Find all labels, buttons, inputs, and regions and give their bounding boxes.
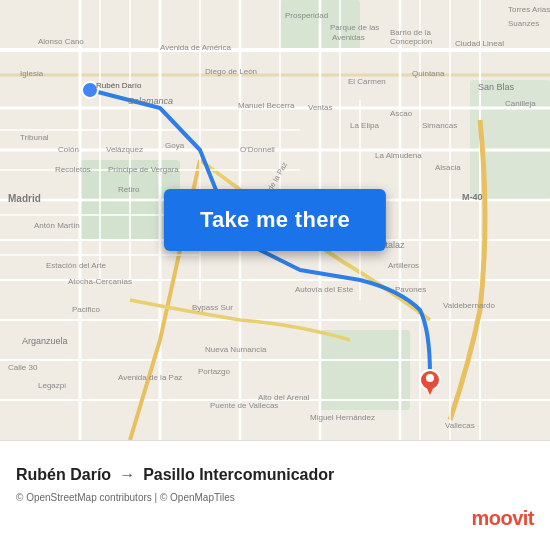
svg-text:Rubén Darío: Rubén Darío	[96, 81, 142, 90]
svg-text:Colón: Colón	[58, 145, 79, 154]
svg-text:Avenida de América: Avenida de América	[160, 43, 232, 52]
svg-text:Canilleja: Canilleja	[505, 99, 536, 108]
svg-text:Portazgo: Portazgo	[198, 367, 231, 376]
svg-text:Puente de Vallecas: Puente de Vallecas	[210, 401, 278, 410]
moovit-logo: moovit	[16, 507, 534, 530]
svg-text:Velázquez: Velázquez	[106, 145, 143, 154]
svg-text:La Almudena: La Almudena	[375, 151, 422, 160]
map-attribution: © OpenStreetMap contributors | © OpenMap…	[16, 492, 534, 503]
svg-text:San Blas: San Blas	[478, 82, 515, 92]
route-arrow-icon: →	[119, 466, 135, 484]
take-me-there-button[interactable]: Take me there	[164, 189, 386, 251]
svg-rect-3	[320, 330, 410, 410]
svg-text:Retiro: Retiro	[118, 185, 140, 194]
svg-text:Avenida de la Paz: Avenida de la Paz	[118, 373, 182, 382]
svg-text:La Elipa: La Elipa	[350, 121, 379, 130]
svg-text:Autovía del Este: Autovía del Este	[295, 285, 354, 294]
svg-text:Goya: Goya	[165, 141, 185, 150]
svg-text:Alonso Cano: Alonso Cano	[38, 37, 84, 46]
svg-text:El Carmen: El Carmen	[348, 77, 386, 86]
svg-text:Salamanca: Salamanca	[128, 96, 173, 106]
svg-text:Manuel Becerra: Manuel Becerra	[238, 101, 295, 110]
svg-text:Diego de León: Diego de León	[205, 67, 257, 76]
footer: Rubén Darío → Pasillo Intercomunicador ©…	[0, 440, 550, 550]
moovit-brand-text: moovit	[471, 507, 534, 530]
svg-text:Miguel Hernández: Miguel Hernández	[310, 413, 375, 422]
svg-text:Nueva Numancia: Nueva Numancia	[205, 345, 267, 354]
svg-text:Bypass Sur: Bypass Sur	[192, 303, 233, 312]
svg-text:Ciudad Lineal: Ciudad Lineal	[455, 39, 504, 48]
svg-text:Suanzes: Suanzes	[508, 19, 539, 28]
svg-text:Simancas: Simancas	[422, 121, 457, 130]
svg-text:Vallecas: Vallecas	[445, 421, 475, 430]
svg-text:Recoletos: Recoletos	[55, 165, 91, 174]
svg-text:Príncipe de Vergara: Príncipe de Vergara	[108, 165, 179, 174]
svg-text:Legazpi: Legazpi	[38, 381, 66, 390]
svg-text:Prosperidad: Prosperidad	[285, 11, 328, 20]
svg-text:Barrio de la: Barrio de la	[390, 28, 431, 37]
svg-point-89	[426, 374, 434, 382]
svg-text:Pavones: Pavones	[395, 285, 426, 294]
destination-label: Pasillo Intercomunicador	[143, 466, 334, 484]
svg-text:Parque de las: Parque de las	[330, 23, 379, 32]
map-container: Prosperidad Alonso Cano Avenida de Améri…	[0, 0, 550, 440]
route-row: Rubén Darío → Pasillo Intercomunicador	[16, 466, 534, 484]
svg-text:O'Donnell: O'Donnell	[240, 145, 275, 154]
svg-text:Concepción: Concepción	[390, 37, 432, 46]
svg-text:Ascao: Ascao	[390, 109, 413, 118]
svg-text:Alsacia: Alsacia	[435, 163, 461, 172]
svg-text:Quintana: Quintana	[412, 69, 445, 78]
svg-text:Avenidas: Avenidas	[332, 33, 365, 42]
svg-text:Calle 30: Calle 30	[8, 363, 38, 372]
svg-text:Valdebernardo: Valdebernardo	[443, 301, 495, 310]
svg-text:Torres Arias: Torres Arias	[508, 5, 550, 14]
svg-text:Tribunal: Tribunal	[20, 133, 49, 142]
svg-text:Atocha-Cercanías: Atocha-Cercanías	[68, 277, 132, 286]
svg-text:Antón Martín: Antón Martín	[34, 221, 80, 230]
svg-text:Arganzuela: Arganzuela	[22, 336, 68, 346]
svg-text:Artilleros: Artilleros	[388, 261, 419, 270]
svg-text:Pacifico: Pacifico	[72, 305, 101, 314]
svg-text:Iglesia: Iglesia	[20, 69, 44, 78]
svg-text:Ventas: Ventas	[308, 103, 332, 112]
svg-text:M-40: M-40	[462, 192, 483, 202]
svg-text:Estación del Arte: Estación del Arte	[46, 261, 107, 270]
svg-text:Madrid: Madrid	[8, 193, 41, 204]
origin-label: Rubén Darío	[16, 466, 111, 484]
cta-button-wrapper: Take me there	[164, 189, 386, 251]
